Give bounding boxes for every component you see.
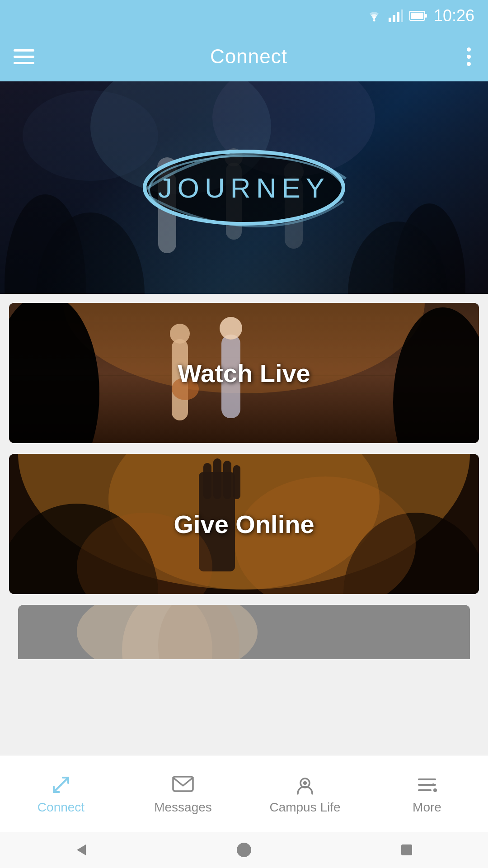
partial-card[interactable] xyxy=(18,605,470,659)
svg-rect-6 xyxy=(425,14,427,18)
give-online-label: Give Online xyxy=(174,509,314,539)
bottom-nav: Connect Messages Campus Life xyxy=(0,755,488,832)
main-content: JOURNEY xyxy=(0,81,488,755)
partial-card-scene xyxy=(18,605,470,659)
svg-point-0 xyxy=(373,19,375,22)
hamburger-menu-button[interactable] xyxy=(14,49,34,64)
wifi-icon xyxy=(366,9,382,22)
status-icons: 10:26 xyxy=(366,6,474,25)
journey-logo-text: JOURNEY xyxy=(158,172,330,204)
svg-rect-42 xyxy=(203,463,211,499)
nav-label-campus-life: Campus Life xyxy=(269,800,340,815)
give-online-card[interactable]: Give Online xyxy=(9,454,479,594)
svg-line-55 xyxy=(61,778,68,785)
svg-point-53 xyxy=(158,605,239,659)
status-bar: 10:26 xyxy=(0,0,488,32)
svg-point-65 xyxy=(237,843,251,857)
status-time: 10:26 xyxy=(434,6,474,25)
svg-point-37 xyxy=(220,317,242,340)
svg-point-34 xyxy=(170,324,190,344)
svg-point-58 xyxy=(303,781,307,785)
svg-rect-45 xyxy=(233,465,240,499)
svg-rect-66 xyxy=(401,844,412,855)
watch-live-label: Watch Live xyxy=(178,359,310,388)
svg-rect-3 xyxy=(397,12,399,22)
svg-rect-4 xyxy=(401,9,403,22)
svg-rect-43 xyxy=(213,458,221,499)
recents-button[interactable] xyxy=(393,836,420,863)
more-icon xyxy=(415,773,439,797)
svg-point-63 xyxy=(432,783,435,786)
svg-rect-56 xyxy=(173,777,193,791)
hero-banner: JOURNEY xyxy=(0,81,488,294)
overflow-menu-button[interactable] xyxy=(463,44,474,70)
nav-item-more[interactable]: More xyxy=(366,766,488,822)
nav-label-more: More xyxy=(413,800,441,815)
svg-line-54 xyxy=(54,785,61,792)
campus-life-icon xyxy=(293,773,317,797)
system-nav-bar xyxy=(0,832,488,868)
svg-rect-7 xyxy=(411,13,423,19)
battery-icon xyxy=(409,10,427,21)
nav-label-messages: Messages xyxy=(154,800,212,815)
nav-item-messages[interactable]: Messages xyxy=(122,766,244,822)
back-button[interactable] xyxy=(68,836,95,863)
cards-container: Watch Live Gi xyxy=(0,294,488,659)
svg-marker-64 xyxy=(77,844,86,855)
messages-icon xyxy=(171,773,195,797)
watch-live-card[interactable]: Watch Live xyxy=(9,303,479,443)
nav-item-connect[interactable]: Connect xyxy=(0,766,122,822)
signal-icon xyxy=(389,9,403,22)
app-title: Connect xyxy=(210,45,287,68)
nav-item-campus-life[interactable]: Campus Life xyxy=(244,766,366,822)
connect-icon xyxy=(49,773,73,797)
svg-point-62 xyxy=(433,788,437,792)
nav-label-connect: Connect xyxy=(38,800,84,815)
home-button[interactable] xyxy=(230,836,258,863)
app-bar: Connect xyxy=(0,32,488,81)
journey-logo: JOURNEY xyxy=(131,142,357,233)
svg-rect-2 xyxy=(393,15,395,22)
svg-rect-44 xyxy=(223,461,231,499)
svg-rect-1 xyxy=(389,18,391,22)
